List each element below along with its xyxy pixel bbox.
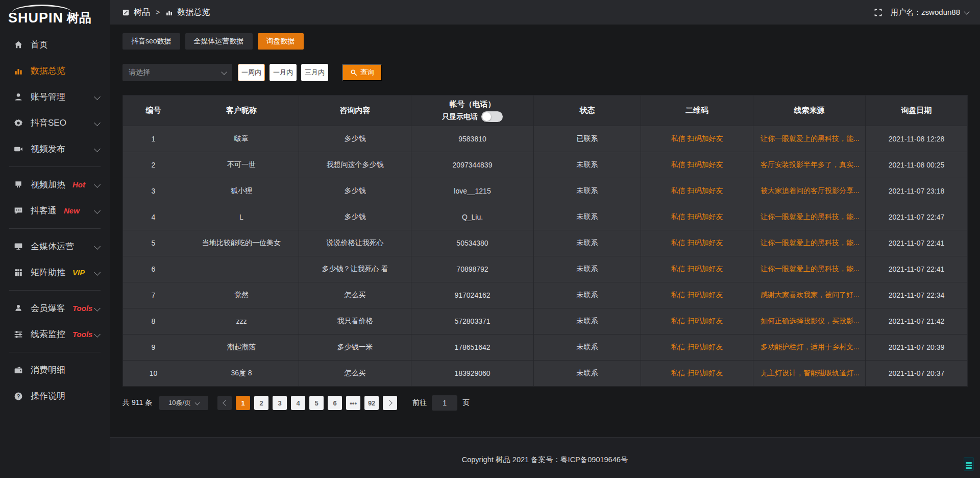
sidebar-menu: 首页 数据总览 账号管理 抖音SEO 视频发布 视频加热 Hot 抖客通 — [0, 32, 110, 409]
next-page-button[interactable] — [383, 396, 397, 410]
total-count: 共 911 条 — [122, 398, 152, 408]
monitor-icon — [14, 242, 23, 251]
cell-account: 9583810 — [411, 126, 534, 152]
lead-source-link[interactable]: 如何正确选择投影仪，买投影... — [761, 317, 860, 325]
qr-add-friend-link[interactable]: 私信 扫码加好友 — [671, 317, 723, 325]
sidebar-divider — [9, 352, 101, 352]
lead-source-link[interactable]: 被大家追着问的客厅投影分享... — [761, 186, 860, 195]
sidebar-divider — [9, 290, 101, 291]
cell-content: 多少钱？让我死心 看 — [299, 256, 411, 282]
page-number-button[interactable]: 1 — [236, 396, 250, 410]
prev-page-button[interactable] — [217, 396, 232, 410]
fullscreen-icon[interactable] — [874, 8, 883, 17]
status-badge: 未联系 — [534, 204, 641, 230]
cell-date: 2021-11-07 23:18 — [866, 178, 968, 204]
lead-source-link[interactable]: 让你一眼就爱上的黑科技，能... — [761, 134, 860, 142]
breadcrumb: 树品 > 数据总览 — [122, 7, 210, 18]
username-label: 用户名：zswodun88 — [891, 8, 960, 17]
page-number-button[interactable]: 4 — [291, 396, 305, 410]
qr-add-friend-link[interactable]: 私信 扫码加好友 — [671, 291, 723, 299]
cell-no: 10 — [123, 361, 184, 387]
cell-content: 怎么买 — [299, 282, 411, 308]
sidebar-item[interactable]: 消费明细 — [0, 357, 110, 383]
date-range-button[interactable]: 一周内 — [238, 64, 265, 81]
filter-select[interactable]: 请选择 — [122, 64, 232, 81]
qr-add-friend-link[interactable]: 私信 扫码加好友 — [671, 265, 723, 273]
sidebar-item-label: 矩阵助推 — [31, 267, 65, 278]
sidebar: SHUPIN 树品 首页 数据总览 账号管理 抖音SEO 视频发布 视频加热 — [0, 0, 110, 478]
cell-content: 多少钱 — [299, 126, 411, 152]
sidebar-item[interactable]: 全媒体运营 — [0, 233, 110, 259]
sidebar-item[interactable]: 首页 — [0, 32, 110, 58]
page-number-button[interactable]: 5 — [309, 396, 324, 410]
sidebar-divider — [9, 166, 101, 167]
page-size-select[interactable]: 10条/页 — [159, 396, 208, 410]
pagination: 共 911 条 10条/页 1 2 3 4 5 6 ••• 92 前往 页 — [122, 395, 967, 411]
user-menu[interactable]: 用户名：zswodun88 — [891, 8, 969, 17]
sidebar-item[interactable]: 线索监控 Tools — [0, 321, 110, 347]
cell-account: 917024162 — [411, 282, 534, 308]
lead-source-link[interactable]: 无主灯设计，智能磁吸轨道灯... — [761, 369, 860, 377]
lead-source-link[interactable]: 让你一眼就爱上的黑科技，能... — [761, 238, 860, 247]
sidebar-item[interactable]: ? 操作说明 — [0, 383, 110, 409]
sidebar-item[interactable]: 数据总览 — [0, 58, 110, 84]
tab[interactable]: 询盘数据 — [258, 33, 304, 50]
phone-toggle-label: 只显示电话 — [442, 112, 478, 121]
qr-add-friend-link[interactable]: 私信 扫码加好友 — [671, 160, 723, 169]
table-body: 1 啵章 多少钱 9583810 已联系 私信 扫码加好友 让你一眼就爱上的黑科… — [123, 126, 968, 387]
main-area: 树品 > 数据总览 用户名：zswodun88 抖音seo数据 全媒体运营数据 — [110, 0, 980, 478]
chat-icon — [14, 206, 23, 216]
cell-account: 183929060 — [411, 361, 534, 387]
page-number-button[interactable]: 6 — [328, 396, 342, 410]
lead-source-link[interactable]: 感谢大家喜欢我家，被问了好... — [761, 291, 860, 299]
chevron-down-icon — [195, 400, 200, 405]
sidebar-item[interactable]: 会员爆客 Tools — [0, 295, 110, 321]
page-number-button[interactable]: 2 — [254, 396, 268, 410]
qr-add-friend-link[interactable]: 私信 扫码加好友 — [671, 212, 723, 221]
lead-source-link[interactable]: 让你一眼就爱上的黑科技，能... — [761, 265, 860, 273]
breadcrumb-root[interactable]: 树品 — [134, 7, 150, 18]
sidebar-item[interactable]: 抖客通 New — [0, 198, 110, 224]
chevron-down-icon — [94, 146, 101, 152]
sidebar-item[interactable]: 抖音SEO — [0, 110, 110, 136]
phone-only-toggle[interactable] — [481, 111, 503, 122]
chart-icon — [14, 66, 23, 76]
lead-source-link[interactable]: 客厅安装投影半年多了，真实... — [761, 160, 860, 169]
filter-bar: 请选择 一周内 一月内 三月内 查询 — [122, 64, 967, 81]
cell-qrcode: 私信 扫码加好友 — [641, 361, 753, 387]
qr-add-friend-link[interactable]: 私信 扫码加好友 — [671, 238, 723, 247]
cell-no: 3 — [123, 178, 184, 204]
goto-page-input[interactable] — [432, 395, 457, 411]
sidebar-divider — [9, 228, 101, 229]
tab[interactable]: 全媒体运营数据 — [185, 33, 253, 50]
app-logo[interactable]: SHUPIN 树品 — [0, 4, 110, 32]
cell-nickname: L — [184, 204, 299, 230]
date-range-button[interactable]: 一月内 — [270, 64, 297, 81]
page-number-button[interactable]: ••• — [346, 396, 360, 410]
sidebar-item[interactable]: 矩阵助推 VIP — [0, 259, 110, 285]
qr-add-friend-link[interactable]: 私信 扫码加好友 — [671, 186, 723, 195]
cell-no: 6 — [123, 256, 184, 282]
table-row: 6 多少钱？让我死心 看 70898792 未联系 私信 扫码加好友 让你一眼就… — [123, 256, 968, 282]
lead-source-link[interactable]: 多功能护栏灯，适用于乡村文... — [761, 343, 860, 351]
chevron-down-icon — [94, 305, 101, 312]
cell-source: 感谢大家喜欢我家，被问了好... — [753, 282, 866, 308]
page-number-button[interactable]: 3 — [273, 396, 287, 410]
table-row: 10 36度 8 怎么买 183929060 未联系 私信 扫码加好友 无主灯设… — [123, 361, 968, 387]
qr-add-friend-link[interactable]: 私信 扫码加好友 — [671, 134, 723, 142]
chevron-down-icon — [94, 181, 101, 188]
status-badge: 已联系 — [534, 126, 641, 152]
status-badge: 未联系 — [534, 282, 641, 308]
query-button[interactable]: 查询 — [342, 64, 382, 81]
qr-add-friend-link[interactable]: 私信 扫码加好友 — [671, 343, 723, 351]
qr-add-friend-link[interactable]: 私信 扫码加好友 — [671, 369, 723, 377]
page-number-button[interactable]: 92 — [364, 396, 379, 410]
sidebar-item[interactable]: 视频发布 — [0, 136, 110, 162]
date-range-button[interactable]: 三月内 — [301, 64, 328, 81]
tabs: 抖音seo数据 全媒体运营数据 询盘数据 — [122, 33, 967, 50]
lead-source-link[interactable]: 让你一眼就爱上的黑科技，能... — [761, 212, 860, 221]
tab[interactable]: 抖音seo数据 — [122, 33, 180, 50]
sidebar-item[interactable]: 账号管理 — [0, 84, 110, 110]
sidebar-item[interactable]: 视频加热 Hot — [0, 172, 110, 198]
cell-qrcode: 私信 扫码加好友 — [641, 178, 753, 204]
